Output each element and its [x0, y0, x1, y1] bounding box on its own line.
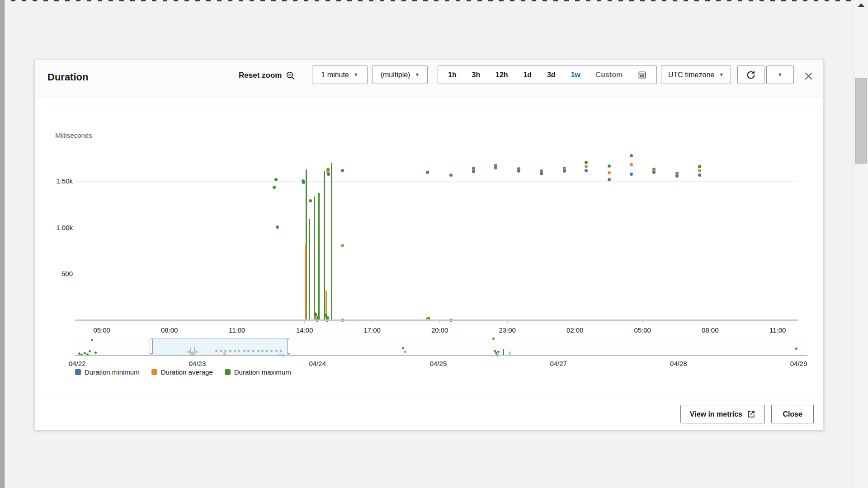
x-tick-label: 08:00: [155, 326, 184, 334]
x-axis-tick: [372, 321, 373, 324]
timeline-max-point: [494, 350, 496, 352]
legend-swatch-avg: [151, 369, 157, 375]
date-label: 04/23: [182, 360, 213, 367]
legend-item-min[interactable]: Duration minimum: [75, 368, 140, 376]
reset-zoom-label: Reset zoom: [239, 71, 282, 80]
statistic-select[interactable]: (multiple) ▼: [373, 66, 428, 84]
range-1d[interactable]: 1d: [523, 71, 532, 79]
duration-max-point: [608, 164, 611, 168]
x-tick-label: 11:00: [763, 326, 792, 334]
page-title: Duration: [47, 71, 88, 83]
x-tick-label: 14:00: [290, 326, 319, 334]
refresh-button[interactable]: [737, 66, 764, 84]
scrollbar-up-arrow[interactable]: [858, 3, 865, 7]
duration-max-point: [274, 178, 278, 181]
right-scrollbar[interactable]: [854, 0, 868, 488]
timeline-handle-right[interactable]: [287, 339, 290, 354]
y-axis-title: Milliseconds: [55, 131, 92, 139]
x-tick-label: 05:00: [628, 326, 657, 334]
period-select[interactable]: 1 minute ▼: [312, 66, 368, 84]
refresh-options-button[interactable]: ▼: [766, 66, 794, 84]
x-tick-label: 23:00: [493, 326, 522, 334]
view-in-metrics-label: View in metrics: [690, 410, 742, 418]
duration-max-point: [273, 186, 276, 189]
x-tick-label: 20:00: [425, 326, 454, 334]
timeline-axis-line: [75, 355, 807, 356]
range-12h[interactable]: 12h: [495, 71, 508, 79]
duration-max-spike: [324, 171, 325, 320]
legend-item-max[interactable]: Duration maximum: [225, 368, 291, 376]
duration-max-spike: [314, 197, 315, 320]
legend-label-max: Duration maximum: [234, 368, 291, 376]
x-tick-label: 17:00: [358, 326, 387, 334]
x-tick-label: 08:00: [696, 326, 725, 334]
chevron-down-icon: ▼: [778, 72, 783, 77]
duration-max-spike: [331, 163, 332, 320]
statistic-select-value: (multiple): [381, 71, 410, 79]
range-3h[interactable]: 3h: [472, 71, 481, 79]
close-button[interactable]: Close: [771, 405, 814, 423]
x-axis-tick: [237, 321, 237, 324]
legend-swatch-min: [75, 369, 81, 375]
x-axis-tick: [439, 321, 440, 324]
duration-min-point: [302, 181, 305, 184]
chevron-down-icon: ▼: [415, 72, 420, 77]
x-tick-label: 11:00: [222, 326, 251, 334]
duration-avg-point: [608, 171, 611, 174]
legend-label-avg: Duration average: [161, 368, 213, 376]
x-axis-tick: [778, 321, 778, 324]
reset-zoom-button[interactable]: Reset zoom: [239, 69, 295, 82]
duration-max-spike: [318, 193, 320, 320]
x-axis-tick: [169, 321, 170, 324]
chevron-down-icon: ▼: [719, 72, 724, 77]
duration-max-spike: [309, 219, 310, 320]
date-label: 04/25: [423, 360, 454, 367]
y-tick-label: 500: [35, 270, 73, 277]
range-1h[interactable]: 1h: [448, 71, 457, 79]
timeline-max-point: [89, 350, 91, 352]
duration-avg-point: [698, 169, 701, 172]
duration-min-point: [608, 178, 611, 181]
legend-item-avg[interactable]: Duration average: [151, 368, 213, 376]
plot-area[interactable]: [75, 128, 798, 320]
time-range-group: 1h3h12h1d3d1wCustom: [438, 66, 657, 84]
range-3d[interactable]: 3d: [547, 71, 556, 79]
calendar-icon[interactable]: [638, 70, 646, 79]
duration-max-point: [698, 165, 701, 168]
duration-avg-spike: [305, 244, 307, 320]
close-button-label: Close: [783, 410, 802, 418]
date-label: 04/29: [783, 360, 815, 367]
timeline-selection[interactable]: [151, 338, 289, 355]
modal-header: Duration Reset zoom 1 minute ▼ (multiple…: [35, 60, 823, 98]
x-axis-tick: [710, 321, 710, 324]
modal-close-button[interactable]: [801, 69, 816, 83]
legend-swatch-max: [225, 369, 231, 375]
date-label: 04/27: [542, 360, 574, 367]
x-tick-label: 02:00: [561, 326, 590, 334]
duration-min-point: [563, 169, 566, 173]
view-in-metrics-button[interactable]: View in metrics: [680, 405, 765, 423]
timeline-max-point: [84, 352, 86, 354]
x-axis-tick: [304, 321, 305, 324]
chart-legend: Duration minimumDuration averageDuration…: [75, 368, 291, 376]
top-edge-dashes: [0, 0, 868, 1]
scrollbar-thumb[interactable]: [855, 78, 867, 164]
date-label: 04/28: [663, 360, 694, 367]
timezone-select[interactable]: UTC timezone ▼: [661, 66, 731, 84]
page-background: Duration Reset zoom 1 minute ▼ (multiple…: [0, 0, 868, 488]
x-tick-label: 05:00: [87, 326, 116, 334]
timeline-handle-left[interactable]: [150, 339, 153, 354]
left-scrollbar[interactable]: [0, 0, 5, 488]
modal-footer: View in metrics Close: [35, 398, 823, 430]
timeline-max-bar: [503, 349, 504, 356]
date-label: 04/24: [302, 360, 333, 367]
duration-modal: Duration Reset zoom 1 minute ▼ (multiple…: [34, 60, 824, 430]
duration-min-point: [675, 174, 679, 178]
range-1w[interactable]: 1w: [571, 71, 580, 79]
date-label: 04/22: [61, 360, 93, 367]
x-axis-line: [75, 319, 798, 321]
duration-min-point: [540, 172, 543, 175]
x-axis-tick: [102, 321, 102, 324]
range-custom[interactable]: Custom: [596, 71, 623, 79]
duration-avg-point: [341, 244, 344, 247]
